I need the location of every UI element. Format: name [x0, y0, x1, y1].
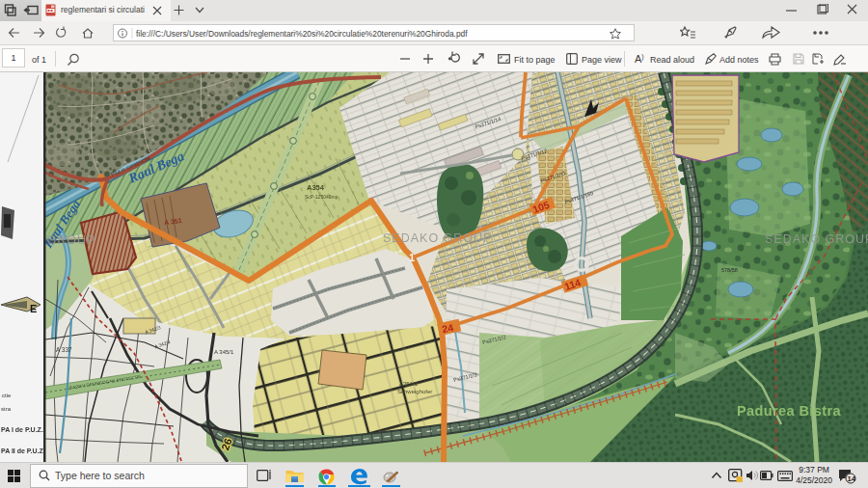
svg-text:E: E — [30, 303, 37, 314]
svg-text:14: 14 — [848, 474, 856, 483]
svg-text:578/58: 578/58 — [721, 267, 738, 273]
svg-text:A351/1: A351/1 — [399, 381, 419, 387]
svg-text:SEDAKO GROUP: SEDAKO GROUP — [765, 232, 868, 246]
svg-text:Padurea Bistra: Padurea Bistra — [737, 403, 841, 419]
svg-text:PA II de P.U.Z.: PA II de P.U.Z. — [1, 447, 45, 454]
svg-text:ScP-125040mp: ScP-125040mp — [305, 194, 339, 200]
svg-text:PA I de P.U.Z.: PA I de P.U.Z. — [1, 426, 43, 433]
svg-text:A354: A354 — [307, 183, 325, 192]
svg-text:A 337: A 337 — [56, 346, 72, 353]
svg-text:SEDAKO GROUP: SEDAKO GROUP — [383, 231, 492, 245]
svg-text:1: 1 — [409, 252, 415, 263]
svg-text:ctie: ctie — [2, 393, 12, 398]
svg-text:A 345/1: A 345/1 — [214, 349, 234, 355]
svg-text:stra: stra — [1, 406, 12, 412]
svg-text:Schweighofer: Schweighofer — [397, 389, 432, 394]
